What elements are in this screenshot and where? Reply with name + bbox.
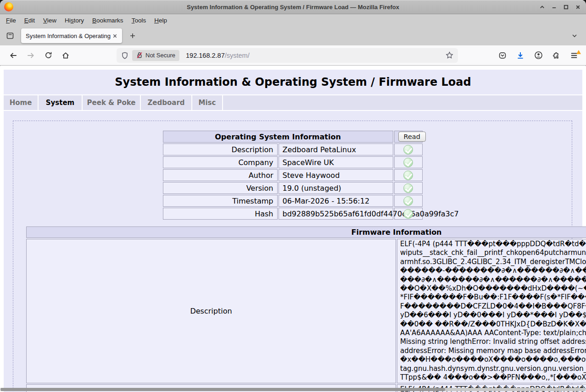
firmware-dump-text: ELF(-4P4 (p444 TTT���pt���pppDDQ�tdR�td�…: [397, 239, 586, 383]
tab-title: System Information & Operating S: [26, 33, 111, 39]
window-title: System Information & Operating System / …: [0, 4, 586, 11]
success-check-icon: [403, 171, 413, 180]
list-all-tabs-chevron-icon[interactable]: [569, 30, 580, 42]
read-button[interactable]: Read: [398, 132, 426, 142]
navigation-bar: Not Secure 192.168.2.87/system/: [0, 45, 586, 66]
app-menu-hamburger-icon[interactable]: [568, 50, 580, 61]
table-row: Company SpaceWire UK: [163, 156, 423, 168]
os-info-title: Operating System Information: [163, 131, 393, 143]
os-row-label: Description: [163, 144, 278, 155]
back-icon[interactable]: [6, 49, 20, 62]
firmware-title: Firmware Information: [26, 226, 586, 238]
firmware-row-label: Description: [26, 239, 396, 383]
insecure-lock-icon: [136, 52, 143, 59]
table-row: Firmware Information: [26, 226, 586, 238]
url-text[interactable]: 192.168.2.87/system/: [186, 52, 443, 59]
maximize-icon[interactable]: [562, 4, 569, 11]
new-tab-icon[interactable]: [127, 30, 139, 42]
sitenav-misc[interactable]: Misc: [192, 95, 223, 110]
table-row: Operating System Information Read: [163, 131, 423, 143]
menu-edit[interactable]: Edit: [20, 15, 39, 26]
shade-window-icon[interactable]: [538, 4, 546, 11]
home-icon[interactable]: [59, 49, 73, 62]
toolbar-right-icons: [497, 50, 580, 61]
success-check-icon: [403, 183, 413, 193]
menu-bookmarks[interactable]: Bookmarks: [88, 15, 128, 26]
sitenav-home[interactable]: Home: [4, 95, 39, 110]
page-title: System Information & Operating System / …: [4, 70, 582, 88]
site-nav: Home System Peek & Poke Zedboard Misc: [4, 94, 582, 111]
success-check-icon: [403, 196, 413, 206]
table-row: Version 19.0 (unstaged): [163, 182, 423, 194]
os-row-label: Timestamp: [163, 195, 278, 207]
horizontal-scrollbar-thumb[interactable]: [0, 388, 445, 391]
os-row-label: Version: [163, 182, 278, 194]
table-row: Description ELF(-4P4 (p444 TTT���pt���pp…: [26, 239, 586, 383]
minimize-icon[interactable]: [550, 4, 558, 11]
tab-close-icon[interactable]: [111, 32, 119, 40]
success-check-icon: [403, 145, 413, 155]
menu-view[interactable]: View: [39, 15, 61, 26]
os-row-value: Steve Haywood: [279, 169, 393, 181]
firefox-logo-icon: [4, 2, 13, 11]
table-row: Timestamp 06-Mar-2026 - 15:56:12: [163, 195, 423, 207]
menu-history[interactable]: History: [61, 15, 88, 26]
os-row-value: 06-Mar-2026 - 15:56:12: [279, 195, 393, 207]
os-row-value: bd92889b525b65af61fd0df4470ca6a0a99fa3c7: [279, 208, 393, 220]
page-body: System Information & Operating System / …: [4, 70, 582, 392]
sitenav-filler: [223, 95, 582, 110]
forward-icon[interactable]: [24, 49, 38, 62]
menu-tools[interactable]: Tools: [128, 15, 151, 26]
tab-bar: System Information & Operating S: [0, 26, 586, 45]
account-icon[interactable]: [532, 50, 544, 61]
firmware-table: Firmware Information Description ELF(-4P…: [25, 226, 586, 392]
os-row-value: SpaceWire UK: [279, 156, 393, 168]
reload-icon[interactable]: [41, 49, 55, 62]
os-row-label: Author: [163, 169, 278, 181]
nav-buttons: [6, 49, 73, 62]
not-secure-chip[interactable]: Not Secure: [132, 50, 179, 61]
menu-bar: File Edit View History Bookmarks Tools H…: [0, 14, 586, 26]
os-info-table: Operating System Information Read Descri…: [162, 130, 424, 221]
sitenav-zedboard[interactable]: Zedboard: [141, 95, 192, 110]
url-bar[interactable]: Not Secure 192.168.2.87/system/: [117, 48, 458, 63]
sitenav-system[interactable]: System: [39, 95, 83, 110]
content-dashed-container: Operating System Information Read Descri…: [13, 121, 572, 392]
download-icon[interactable]: [514, 50, 526, 61]
tab-active[interactable]: System Information & Operating S: [21, 28, 122, 43]
not-secure-label: Not Secure: [145, 52, 175, 59]
update-badge-icon: [576, 50, 581, 54]
menu-help[interactable]: Help: [150, 15, 171, 26]
browser-window: System Information & Operating System / …: [0, 0, 586, 392]
page-viewport: System Information & Operating System / …: [0, 66, 586, 392]
firefox-view-icon[interactable]: [4, 29, 17, 42]
menu-file[interactable]: File: [2, 15, 20, 26]
os-row-value: 19.0 (unstaged): [279, 182, 393, 194]
url-host: 192.168.2.87: [186, 52, 225, 59]
extensions-puzzle-icon[interactable]: [550, 50, 562, 61]
window-controls: [538, 0, 581, 14]
success-check-icon: [403, 158, 413, 167]
pocket-icon[interactable]: [497, 50, 508, 61]
table-row: Description Zedboard PetaLinux: [163, 144, 423, 155]
sitenav-peek-poke[interactable]: Peek & Poke: [83, 95, 141, 110]
url-path: /system/: [225, 52, 250, 59]
table-row: Author Steve Haywood: [163, 169, 423, 181]
tracking-shield-icon[interactable]: [121, 52, 128, 59]
os-row-label: Hash: [163, 208, 278, 220]
title-bar[interactable]: System Information & Operating System / …: [0, 0, 586, 14]
os-row-label: Company: [163, 156, 278, 168]
success-check-icon: [403, 209, 413, 219]
table-row: Hash bd92889b525b65af61fd0df4470ca6a0a99…: [163, 208, 423, 220]
close-window-icon[interactable]: [574, 4, 581, 11]
os-row-value: Zedboard PetaLinux: [279, 144, 393, 155]
bookmark-star-icon[interactable]: [443, 50, 455, 61]
horizontal-scrollbar: [0, 388, 586, 391]
